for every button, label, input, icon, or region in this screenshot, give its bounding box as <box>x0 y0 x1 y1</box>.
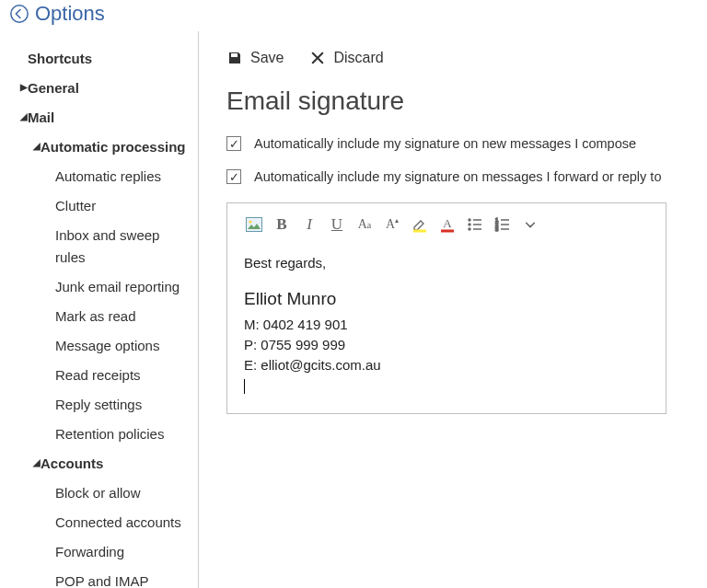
nav-automatic-replies[interactable]: Automatic replies <box>0 162 198 191</box>
discard-button[interactable]: Discard <box>309 50 383 66</box>
nav-mail-label: Mail <box>28 110 54 125</box>
close-icon <box>309 50 326 66</box>
font-color-icon[interactable]: A <box>434 213 461 236</box>
svg-rect-1 <box>247 218 262 232</box>
discard-label: Discard <box>333 50 383 66</box>
text-caret <box>244 379 245 394</box>
nav-general-label: General <box>28 80 79 96</box>
nav-general[interactable]: ▶General <box>0 74 198 103</box>
editor-toolbar: B I U Aa A▴ A 123 <box>227 203 666 244</box>
page-title: Email signature <box>226 86 679 116</box>
chevron-down-icon: ◢ <box>33 455 41 470</box>
svg-point-6 <box>469 219 470 221</box>
nav-forwarding[interactable]: Forwarding <box>0 537 198 567</box>
save-button[interactable]: Save <box>226 50 284 66</box>
nav-mail[interactable]: ◢Mail <box>0 103 198 133</box>
svg-rect-5 <box>441 230 454 233</box>
font-size-icon[interactable]: Aa <box>351 213 378 236</box>
checkbox-new-messages-label: Automatically include my signature on ne… <box>254 136 636 151</box>
sig-phone: P: 0755 999 999 <box>244 335 649 355</box>
bullet-list-icon[interactable] <box>461 213 489 236</box>
main-content: Save Discard Email signature ✓ Automatic… <box>199 31 707 588</box>
nav-pop-imap[interactable]: POP and IMAP <box>0 567 198 588</box>
nav-reply-settings[interactable]: Reply settings <box>0 390 198 420</box>
save-icon <box>226 50 243 66</box>
underline-icon[interactable]: U <box>323 213 351 236</box>
nav-connected-accounts[interactable]: Connected accounts <box>0 508 198 537</box>
chevron-down-icon: ◢ <box>20 110 28 124</box>
svg-rect-3 <box>413 230 426 233</box>
action-bar: Save Discard <box>226 50 679 66</box>
checkbox-fwd-reply[interactable]: ✓ Automatically include my signature on … <box>226 169 679 184</box>
svg-point-0 <box>11 6 28 22</box>
svg-text:A: A <box>443 216 452 230</box>
bold-icon[interactable]: B <box>268 213 296 236</box>
nav-read-receipts[interactable]: Read receipts <box>0 361 198 390</box>
svg-point-10 <box>469 228 470 230</box>
sig-greeting: Best regards, <box>244 253 649 273</box>
nav-accounts[interactable]: ◢Accounts <box>0 449 198 478</box>
insert-image-icon[interactable] <box>240 213 268 236</box>
nav-auto-processing[interactable]: ◢Automatic processing <box>0 133 198 162</box>
svg-text:3: 3 <box>495 226 499 232</box>
sig-email: E: elliot@gcits.com.au <box>244 355 649 375</box>
svg-point-2 <box>249 220 251 223</box>
nav-retention-policies[interactable]: Retention policies <box>0 420 198 449</box>
nav-block-allow[interactable]: Block or allow <box>0 478 198 508</box>
body: Shortcuts ▶General ◢Mail ◢Automatic proc… <box>0 31 707 588</box>
highlight-icon[interactable] <box>406 213 434 236</box>
signature-textarea[interactable]: Best regards, Elliot Munro M: 0402 419 9… <box>227 244 666 413</box>
more-options-icon[interactable] <box>516 213 544 236</box>
nav-message-options[interactable]: Message options <box>0 331 198 361</box>
checkbox-icon: ✓ <box>226 169 241 184</box>
nav-mark-as-read[interactable]: Mark as read <box>0 302 198 331</box>
sidebar: Shortcuts ▶General ◢Mail ◢Automatic proc… <box>0 31 199 588</box>
header-title: Options <box>35 2 105 26</box>
signature-editor: B I U Aa A▴ A 123 <box>226 202 666 414</box>
font-grow-icon[interactable]: A▴ <box>378 213 406 236</box>
nav-accounts-label: Accounts <box>41 455 103 471</box>
nav-auto-processing-label: Automatic processing <box>41 139 186 155</box>
svg-point-8 <box>469 224 470 225</box>
nav-shortcuts[interactable]: Shortcuts <box>0 44 198 74</box>
number-list-icon[interactable]: 123 <box>489 213 516 236</box>
checkbox-fwd-reply-label: Automatically include my signature on me… <box>254 169 661 184</box>
save-label: Save <box>250 50 284 66</box>
nav-clutter[interactable]: Clutter <box>0 191 198 221</box>
chevron-down-icon: ◢ <box>33 139 41 154</box>
checkbox-new-messages[interactable]: ✓ Automatically include my signature on … <box>226 136 679 151</box>
nav-inbox-sweep[interactable]: Inbox and sweep rules <box>0 221 198 272</box>
sig-name: Elliot Munro <box>244 286 649 312</box>
italic-icon[interactable]: I <box>296 213 323 236</box>
nav-junk-email[interactable]: Junk email reporting <box>0 272 198 302</box>
chevron-right-icon: ▶ <box>20 80 28 95</box>
app-root: Options Shortcuts ▶General ◢Mail ◢Automa… <box>0 0 707 588</box>
back-icon[interactable] <box>9 4 29 24</box>
sig-mobile: M: 0402 419 901 <box>244 315 649 335</box>
page-header: Options <box>0 0 707 31</box>
checkbox-icon: ✓ <box>226 136 241 151</box>
